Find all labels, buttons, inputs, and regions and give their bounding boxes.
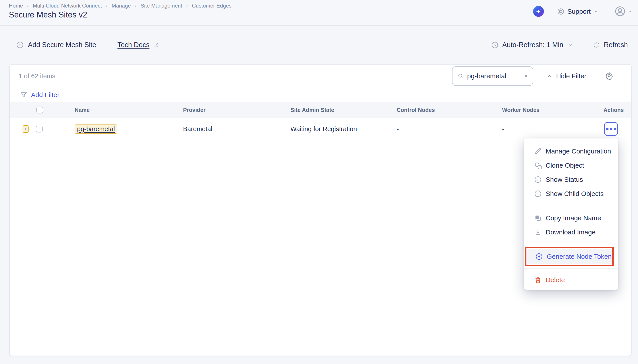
add-filter-button[interactable]: Add Filter [20, 90, 631, 100]
clear-search-icon[interactable] [523, 74, 529, 79]
menu-item-show-child-objects[interactable]: Show Child Objects [524, 187, 618, 201]
trash-icon [534, 276, 542, 284]
site-name-highlight: pg-baremetal [75, 124, 117, 134]
table-settings-button[interactable] [605, 72, 613, 81]
row-actions-button[interactable] [604, 122, 618, 136]
page-toolbar: Add Secure Mesh Site Tech Docs Auto-Refr… [0, 26, 638, 64]
breadcrumb-item[interactable]: Manage [112, 3, 131, 9]
column-header-provider[interactable]: Provider [183, 107, 290, 113]
column-header-actions: Actions [603, 107, 633, 113]
tech-docs-link[interactable]: Tech Docs [117, 41, 159, 49]
search-box [452, 66, 533, 86]
breadcrumb: Home Multi-Cloud Network Connect Manage … [9, 3, 232, 9]
menu-divider [524, 243, 618, 243]
menu-item-label: Copy Image Name [546, 214, 601, 222]
dot [610, 128, 612, 130]
auto-refresh-label: Auto-Refresh: 1 Min [502, 41, 563, 49]
app-header: Home Multi-Cloud Network Connect Manage … [0, 0, 638, 26]
plus-circle-icon [535, 252, 543, 260]
auto-refresh-dropdown[interactable]: Auto-Refresh: 1 Min [491, 41, 574, 49]
plus-circle-icon [16, 41, 24, 49]
breadcrumb-item[interactable]: Site Management [141, 3, 182, 9]
select-all-checkbox[interactable] [36, 106, 43, 114]
menu-item-label: Generate Node Token [547, 253, 612, 260]
chevron-down-icon [593, 9, 599, 14]
page-title: Secure Mesh Sites v2 [9, 10, 87, 20]
cell-provider: Baremetal [183, 126, 290, 133]
cell-worker-nodes: - [502, 126, 603, 133]
menu-item-delete[interactable]: Delete [524, 273, 618, 287]
column-header-site-admin-state[interactable]: Site Admin State [290, 107, 397, 113]
lifebuoy-icon [557, 8, 564, 15]
support-menu[interactable]: Support [557, 6, 599, 17]
chevron-right-icon [24, 127, 28, 131]
table-row: pg-baremetal Baremetal Waiting for Regis… [10, 118, 631, 140]
funnel-icon [20, 91, 28, 99]
info-icon [534, 176, 542, 184]
avatar-icon [614, 6, 626, 17]
column-header-worker-nodes[interactable]: Worker Nodes [502, 107, 603, 113]
refresh-icon [593, 41, 600, 49]
items-count: 1 of 62 items [19, 72, 55, 80]
account-menu[interactable] [614, 6, 633, 17]
table-header-row: Name Provider Site Admin State Control N… [10, 102, 631, 118]
menu-divider [524, 268, 618, 269]
site-name-link[interactable]: pg-baremetal [77, 126, 115, 133]
add-filter-label: Add Filter [31, 91, 59, 99]
menu-item-copy-image-name[interactable]: Copy Image Name [524, 211, 618, 225]
column-header-control-nodes[interactable]: Control Nodes [397, 107, 502, 113]
search-input[interactable] [467, 72, 520, 80]
add-secure-mesh-site-label: Add Secure Mesh Site [28, 41, 96, 49]
refresh-label: Refresh [604, 41, 628, 49]
menu-divider [524, 206, 618, 206]
breadcrumb-item[interactable]: Multi-Cloud Network Connect [33, 3, 102, 9]
menu-item-clone-object[interactable]: Clone Object [524, 158, 618, 172]
annotation-highlight-box: Generate Node Token [525, 247, 614, 266]
row-checkbox[interactable] [36, 126, 43, 132]
search-icon [457, 73, 464, 80]
info-icon [534, 190, 542, 198]
breadcrumb-item-current: Customer Edges [192, 3, 232, 9]
chevron-right-icon [26, 4, 30, 8]
external-link-icon [153, 42, 159, 48]
pencil-icon [534, 147, 542, 155]
chevron-down-icon [628, 9, 633, 14]
clone-icon [534, 162, 542, 170]
sites-table: Name Provider Site Admin State Control N… [10, 102, 631, 140]
hide-filter-label: Hide Filter [556, 72, 586, 80]
cell-control-nodes: - [397, 126, 502, 133]
dot [606, 128, 608, 130]
tech-docs-label: Tech Docs [117, 41, 149, 49]
menu-item-manage-configuration[interactable]: Manage Configuration [524, 144, 618, 158]
add-secure-mesh-site-button[interactable]: Add Secure Mesh Site [16, 41, 96, 49]
breadcrumb-home-link[interactable]: Home [9, 3, 23, 9]
menu-item-label: Delete [546, 276, 565, 284]
download-icon [534, 228, 542, 236]
menu-item-download-image[interactable]: Download Image [524, 225, 618, 239]
clock-icon [491, 41, 499, 49]
gear-icon [605, 72, 613, 80]
menu-item-label: Show Status [546, 176, 583, 183]
cell-site-admin-state: Waiting for Registration [290, 126, 397, 133]
filter-bar: 1 of 62 items Hide Filter [10, 66, 631, 86]
menu-item-label: Clone Object [546, 162, 584, 169]
chevron-right-icon [105, 4, 109, 8]
menu-item-label: Download Image [546, 228, 595, 236]
copy-icon [534, 214, 542, 222]
chevron-down-icon [568, 42, 573, 48]
menu-item-label: Manage Configuration [546, 148, 611, 155]
dot [614, 128, 616, 130]
row-expander-button[interactable] [23, 126, 29, 133]
chevron-right-icon [134, 4, 137, 8]
ai-assistant-button[interactable] [533, 6, 544, 17]
menu-item-generate-node-token[interactable]: Generate Node Token [527, 249, 612, 264]
refresh-button[interactable]: Refresh [593, 41, 628, 49]
sparkle-icon [535, 8, 542, 15]
menu-item-show-status[interactable]: Show Status [524, 172, 618, 187]
row-actions-menu: Manage Configuration Clone Object Show S… [524, 138, 618, 290]
chevron-up-icon [547, 73, 552, 79]
column-header-name[interactable]: Name [75, 107, 183, 113]
menu-item-label: Show Child Objects [546, 190, 604, 198]
chevron-right-icon [185, 4, 189, 8]
hide-filter-toggle[interactable]: Hide Filter [547, 72, 586, 80]
